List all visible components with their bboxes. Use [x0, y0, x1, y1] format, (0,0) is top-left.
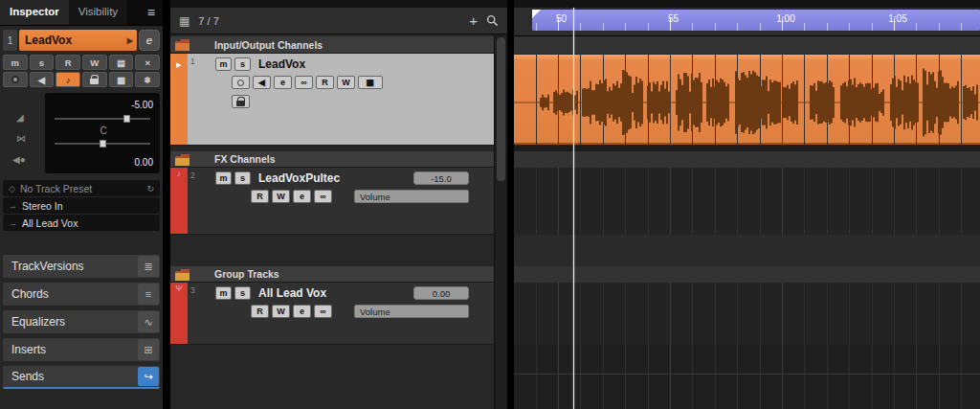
- grid-line: [849, 345, 850, 409]
- ruler-tick: [827, 23, 828, 31]
- track-name[interactable]: LeadVox: [258, 57, 305, 71]
- solo-button[interactable]: s: [234, 57, 251, 71]
- sends-icon[interactable]: ↪: [138, 367, 159, 386]
- lanes-icon: ▦: [117, 75, 125, 85]
- mute-button[interactable]: m: [3, 55, 28, 70]
- pan-value[interactable]: C: [100, 125, 107, 136]
- link-button[interactable]: ∞: [295, 76, 313, 89]
- parameter-select[interactable]: Volume: [354, 190, 469, 203]
- track-leadvox[interactable]: ▶ 1 m s LeadVox ◀ e ∞ R W ▦: [170, 54, 494, 146]
- volume-value-box[interactable]: -15.0: [413, 171, 469, 185]
- section-sends[interactable]: Sends ↪: [3, 366, 160, 389]
- hamburger-menu-icon[interactable]: ≡: [147, 0, 163, 25]
- pan-slider[interactable]: [55, 143, 150, 145]
- solo-button[interactable]: s: [234, 171, 251, 185]
- output-routing-row[interactable]: → All Lead Vox: [3, 215, 160, 231]
- no-fade-button[interactable]: ×: [135, 55, 160, 70]
- track-scale-icon[interactable]: ▦: [179, 14, 189, 28]
- folder-track-io-channels[interactable]: Input/Output Channels: [170, 36, 494, 54]
- monitor-mute-icon[interactable]: ◀●: [12, 154, 26, 165]
- editor-button[interactable]: ▤: [109, 55, 134, 70]
- write-automation-button[interactable]: W: [272, 190, 290, 203]
- section-inserts[interactable]: Inserts ⊞: [3, 338, 160, 361]
- read-automation-button[interactable]: R: [251, 305, 269, 318]
- add-track-button[interactable]: +: [469, 12, 478, 29]
- lane-empty[interactable]: [514, 345, 980, 409]
- section-chords[interactable]: Chords ≡: [3, 283, 160, 306]
- freeze-button[interactable]: ❄: [135, 72, 160, 87]
- section-label: Sends: [11, 370, 44, 383]
- mute-button[interactable]: m: [215, 57, 232, 71]
- edit-channel-button[interactable]: e: [293, 190, 311, 203]
- edit-channel-button[interactable]: e: [274, 76, 292, 89]
- inserts-icon[interactable]: ⊞: [138, 339, 159, 360]
- automation-panel-button[interactable]: ▦: [358, 76, 383, 89]
- track-preset-row[interactable]: ◇ No Track Preset ↻: [3, 180, 160, 196]
- section-equalizers[interactable]: Equalizers ∿: [3, 310, 160, 333]
- read-automation-button[interactable]: R: [251, 190, 269, 203]
- parameter-select[interactable]: Volume: [354, 305, 469, 318]
- lanes-button[interactable]: ▦: [109, 72, 134, 87]
- edit-channel-button[interactable]: e: [293, 305, 311, 318]
- monitor-button[interactable]: ◀: [253, 76, 271, 89]
- write-automation-button[interactable]: W: [82, 55, 107, 70]
- input-routing-row[interactable]: → Stereo In: [3, 197, 160, 214]
- section-trackversions[interactable]: TrackVersions ≣: [3, 255, 160, 278]
- folder-track-fx-channels[interactable]: FX Channels: [170, 151, 494, 168]
- track-name-field[interactable]: LeadVox ▶: [19, 30, 137, 51]
- gain-value[interactable]: 0.00: [135, 157, 153, 168]
- read-automation-button[interactable]: R: [56, 55, 80, 70]
- write-automation-button[interactable]: W: [272, 305, 290, 318]
- reload-icon[interactable]: ↻: [146, 184, 154, 193]
- track-color-strip[interactable]: ▶: [170, 54, 188, 145]
- audio-event-leadvox[interactable]: [514, 55, 980, 145]
- lock-button[interactable]: [232, 95, 250, 108]
- volume-value[interactable]: -5.00: [131, 100, 153, 110]
- folder-track-group-tracks[interactable]: Group Tracks: [170, 266, 494, 283]
- scrollbar-thumb[interactable]: [497, 37, 505, 181]
- track-list-scrollbar[interactable]: [494, 34, 507, 409]
- lock-button[interactable]: [82, 72, 107, 87]
- lane-leadvoxpultec[interactable]: [514, 168, 980, 235]
- read-automation-button[interactable]: R: [316, 76, 334, 89]
- write-automation-button[interactable]: W: [337, 76, 355, 89]
- ruler-tick: [961, 23, 962, 31]
- folder-name: FX Channels: [214, 153, 276, 165]
- track-name[interactable]: All Lead Vox: [258, 286, 326, 300]
- mute-button[interactable]: m: [215, 171, 232, 185]
- trackversions-icon[interactable]: ≣: [138, 256, 159, 277]
- track-leadvoxpultec[interactable]: ♪ 2 m s LeadVoxPultec -15.0 R W e ∞ Volu…: [170, 168, 494, 235]
- musical-timebase-button[interactable]: ♪: [56, 72, 80, 87]
- monitor-button[interactable]: ◀: [30, 72, 55, 87]
- ruler-tick: [625, 23, 626, 31]
- edit-channel-button[interactable]: e: [139, 30, 160, 51]
- lane-leadvox[interactable]: [514, 54, 980, 146]
- link-button[interactable]: ∞: [314, 190, 332, 203]
- lane-all-lead-vox[interactable]: [514, 283, 980, 345]
- mute-button[interactable]: m: [215, 286, 232, 300]
- playhead[interactable]: [573, 8, 574, 409]
- find-track-icon[interactable]: [486, 14, 499, 27]
- cycle-region-bar[interactable]: [532, 10, 980, 31]
- solo-button[interactable]: s: [234, 286, 251, 300]
- cycle-start-marker[interactable]: [532, 10, 541, 18]
- folder-name: Group Tracks: [214, 268, 279, 280]
- timeline-ruler[interactable]: 50551:001:05: [514, 8, 980, 36]
- track-all-lead-vox[interactable]: Ψ 3 m s All Lead Vox 0.00 R W e ∞ Volume: [170, 283, 494, 345]
- track-color-strip[interactable]: ♪: [170, 168, 188, 234]
- volume-value-box[interactable]: 0.00: [413, 286, 469, 300]
- pan-handle[interactable]: [100, 140, 106, 148]
- solo-button[interactable]: s: [30, 55, 55, 70]
- track-color-strip[interactable]: Ψ: [170, 283, 188, 344]
- record-arm-button[interactable]: [3, 72, 28, 87]
- volume-handle[interactable]: [123, 115, 130, 123]
- volume-slider[interactable]: [55, 118, 150, 120]
- equalizers-icon[interactable]: ∿: [138, 311, 159, 332]
- link-button[interactable]: ∞: [314, 305, 332, 318]
- record-arm-button[interactable]: [232, 76, 250, 89]
- tab-visibility[interactable]: Visibility: [69, 0, 127, 25]
- chords-icon[interactable]: ≡: [138, 284, 159, 305]
- lanes-icon: ▦: [366, 78, 375, 87]
- track-name[interactable]: LeadVoxPultec: [258, 171, 340, 185]
- tab-inspector[interactable]: Inspector: [0, 0, 69, 25]
